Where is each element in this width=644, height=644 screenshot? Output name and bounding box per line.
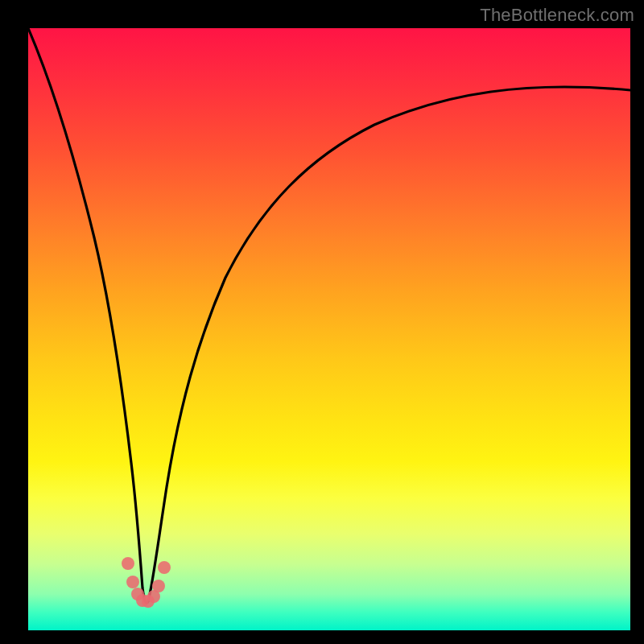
bottleneck-curve-path [28,28,630,603]
minimum-marker-cluster [122,557,171,608]
svg-point-7 [158,561,171,574]
chart-outer-frame: TheBottleneck.com [0,0,644,644]
watermark-text: TheBottleneck.com [480,5,634,26]
svg-point-6 [152,580,165,592]
chart-plot-area [28,28,630,630]
svg-point-1 [126,576,139,588]
svg-point-0 [122,557,134,570]
bottleneck-curve-svg [28,28,630,630]
